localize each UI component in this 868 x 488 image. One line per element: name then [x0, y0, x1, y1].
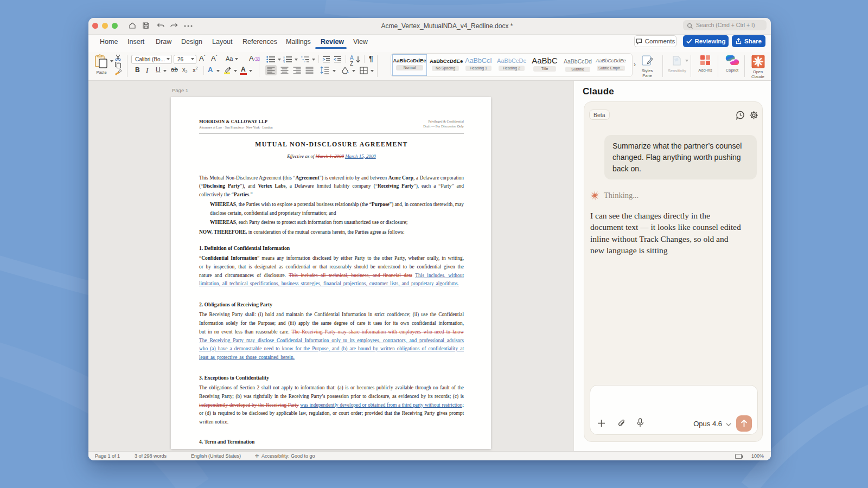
svg-text:3: 3	[283, 61, 285, 63]
